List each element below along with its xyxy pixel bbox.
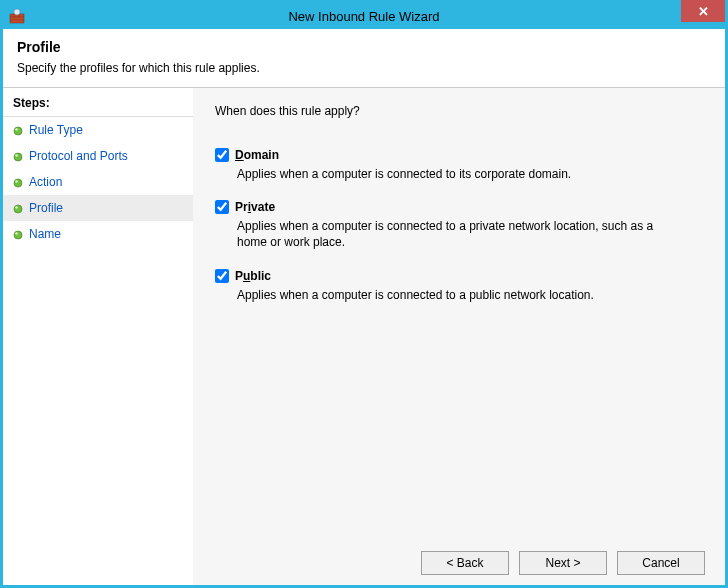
- profile-option-private: PrivateApplies when a computer is connec…: [215, 200, 705, 250]
- page-header: Profile Specify the profiles for which t…: [3, 29, 725, 88]
- titlebar: New Inbound Rule Wizard ✕: [3, 3, 725, 29]
- svg-point-13: [15, 206, 18, 209]
- svg-point-8: [14, 153, 22, 161]
- profile-option-public: PublicApplies when a computer is connect…: [215, 269, 705, 303]
- svg-point-9: [15, 154, 18, 157]
- option-row: Domain: [215, 148, 705, 162]
- cancel-button[interactable]: Cancel: [617, 551, 705, 575]
- svg-point-12: [14, 205, 22, 213]
- close-button[interactable]: ✕: [681, 0, 725, 22]
- content-panel: When does this rule apply? DomainApplies…: [193, 88, 725, 585]
- firewall-icon: [9, 8, 25, 24]
- svg-point-5: [14, 9, 20, 15]
- body: Steps: Rule TypeProtocol and PortsAction…: [3, 88, 725, 585]
- step-item-profile[interactable]: Profile: [3, 195, 193, 221]
- option-description-domain: Applies when a computer is connected to …: [237, 166, 677, 182]
- step-item-protocol-and-ports[interactable]: Protocol and Ports: [3, 143, 193, 169]
- svg-rect-0: [10, 14, 24, 23]
- checkbox-domain[interactable]: [215, 148, 229, 162]
- svg-point-11: [15, 180, 18, 183]
- page-description: Specify the profiles for which this rule…: [17, 61, 711, 75]
- step-item-rule-type[interactable]: Rule Type: [3, 117, 193, 143]
- step-bullet-icon: [13, 151, 23, 161]
- step-bullet-icon: [13, 125, 23, 135]
- close-icon: ✕: [698, 4, 709, 19]
- back-button[interactable]: < Back: [421, 551, 509, 575]
- button-row: < Back Next > Cancel: [215, 541, 705, 575]
- step-item-name[interactable]: Name: [3, 221, 193, 247]
- option-label-private[interactable]: Private: [235, 200, 275, 214]
- option-row: Public: [215, 269, 705, 283]
- option-label-domain[interactable]: Domain: [235, 148, 279, 162]
- step-label: Protocol and Ports: [29, 149, 128, 163]
- option-row: Private: [215, 200, 705, 214]
- option-label-public[interactable]: Public: [235, 269, 271, 283]
- step-label: Rule Type: [29, 123, 83, 137]
- profile-option-domain: DomainApplies when a computer is connect…: [215, 148, 705, 182]
- step-bullet-icon: [13, 177, 23, 187]
- step-label: Name: [29, 227, 61, 241]
- checkbox-public[interactable]: [215, 269, 229, 283]
- steps-heading: Steps:: [3, 92, 193, 117]
- step-label: Profile: [29, 201, 63, 215]
- step-bullet-icon: [13, 229, 23, 239]
- steps-list: Rule TypeProtocol and PortsActionProfile…: [3, 117, 193, 247]
- step-label: Action: [29, 175, 62, 189]
- svg-point-6: [14, 127, 22, 135]
- page-title: Profile: [17, 39, 711, 55]
- step-item-action[interactable]: Action: [3, 169, 193, 195]
- steps-panel: Steps: Rule TypeProtocol and PortsAction…: [3, 88, 193, 585]
- svg-point-15: [15, 232, 18, 235]
- options-list: DomainApplies when a computer is connect…: [215, 148, 705, 321]
- wizard-window: New Inbound Rule Wizard ✕ Profile Specif…: [0, 0, 728, 588]
- step-bullet-icon: [13, 203, 23, 213]
- checkbox-private[interactable]: [215, 200, 229, 214]
- option-description-private: Applies when a computer is connected to …: [237, 218, 677, 250]
- option-description-public: Applies when a computer is connected to …: [237, 287, 677, 303]
- svg-point-10: [14, 179, 22, 187]
- svg-point-14: [14, 231, 22, 239]
- window-title: New Inbound Rule Wizard: [3, 9, 725, 24]
- svg-point-7: [15, 128, 18, 131]
- profile-question: When does this rule apply?: [215, 104, 705, 118]
- next-button[interactable]: Next >: [519, 551, 607, 575]
